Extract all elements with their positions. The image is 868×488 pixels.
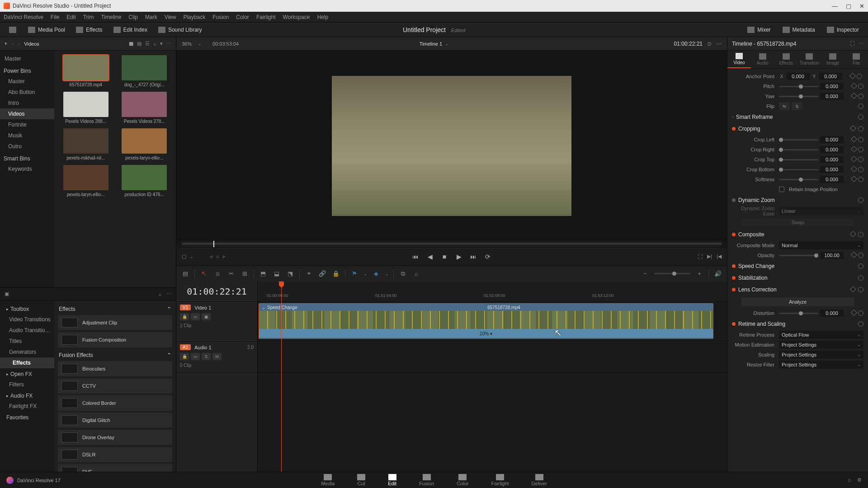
nav-deliver[interactable]: Deliver xyxy=(532,474,547,486)
options-icon[interactable]: ⋯ xyxy=(166,41,171,47)
fx-fusion-composition[interactable]: Fusion Composition xyxy=(58,332,172,347)
bin-master[interactable]: Master xyxy=(0,76,54,87)
fx-tree-audio-transitions[interactable]: Audio Transitions xyxy=(0,325,54,336)
track-header-v1[interactable]: V1Video 1🔒▭▣1 Clip xyxy=(176,302,257,342)
insert-tool[interactable]: ⊞ xyxy=(240,269,249,278)
sound-lib-button[interactable]: Sound Library xyxy=(154,25,207,35)
scrubber-playhead[interactable] xyxy=(213,241,214,247)
dynamic-zoom-section[interactable]: Dynamic Zoom xyxy=(732,194,863,206)
smart-reframe-section[interactable]: ›Smart Reframe xyxy=(732,111,863,123)
viewer-options-icon[interactable]: ⋯ xyxy=(716,41,722,47)
menu-workspace[interactable]: Workspace xyxy=(283,14,310,20)
fx-cctv[interactable]: CCTV xyxy=(58,378,172,394)
nav-back-icon[interactable]: ‹ xyxy=(12,41,14,47)
zoom-out-icon[interactable]: − xyxy=(641,269,650,278)
resize-filter-select[interactable]: Project Settings⌄ xyxy=(779,361,863,369)
inspector-button[interactable]: Inspector xyxy=(822,25,863,35)
crop-top-field[interactable]: 0.000 xyxy=(820,156,844,163)
thumb-view-icon[interactable]: ▦ xyxy=(129,41,133,47)
timeline-name[interactable]: Timeline 1 xyxy=(420,41,442,47)
prev-frame-button[interactable]: ◀ xyxy=(426,253,434,261)
power-bins-head[interactable]: Power Bins xyxy=(0,64,54,76)
settings-icon[interactable]: ⚙ xyxy=(857,477,862,483)
clip-thumb[interactable]: Pexels Videos 288... xyxy=(59,92,113,124)
keyframe-icon[interactable] xyxy=(849,73,856,79)
retime-process-select[interactable]: Optical Flow⌄ xyxy=(779,331,863,339)
fx-digital-glitch[interactable]: Digital Glitch xyxy=(58,413,172,428)
zoom-in-icon[interactable]: + xyxy=(695,269,704,278)
fx-colored-border[interactable]: Colored Border xyxy=(58,395,172,411)
timeline-clip[interactable]: ⌄Speed Change 657518728.mp4 10% ▾ xyxy=(259,303,713,339)
viewer-mode-icon[interactable]: ▢ xyxy=(182,253,186,259)
fx-tree-video-transitions[interactable]: Video Transitions xyxy=(0,314,54,325)
fx-adjustment-clip[interactable]: Adjustment Clip xyxy=(58,315,172,330)
anchor-y-field[interactable]: 0.000 xyxy=(819,73,842,80)
audio-track-row[interactable] xyxy=(258,341,727,373)
clip-thumb[interactable]: pexels-taryn-ellio... xyxy=(59,165,113,197)
softness-field[interactable]: 0.000 xyxy=(820,176,844,183)
flip-v-button[interactable]: ⇅ xyxy=(792,102,802,110)
menu-davinci-resolve[interactable]: DaVinci Resolve xyxy=(4,14,43,20)
play-button[interactable]: ▶ xyxy=(455,253,463,261)
timeline-view-icon[interactable]: ▤ xyxy=(181,269,190,278)
last-frame-button[interactable]: ⏭ xyxy=(469,253,477,261)
menu-playback[interactable]: Playback xyxy=(183,14,205,20)
crop-right-slider[interactable] xyxy=(779,149,818,150)
menu-file[interactable]: File xyxy=(51,14,59,20)
match-next-icon[interactable]: ▹ xyxy=(223,253,226,259)
bin-outro[interactable]: Outro xyxy=(0,141,54,152)
overwrite-clip-icon[interactable]: ⬓ xyxy=(272,269,281,278)
retain-position-checkbox[interactable] xyxy=(779,187,784,192)
inspector-tab-transition[interactable]: Transition xyxy=(797,51,821,68)
timeline-ruler[interactable]: 01:00:00:0001:01:04:0001:02:08:0001:03:1… xyxy=(258,282,727,301)
bin-intro[interactable]: Intro xyxy=(0,98,54,108)
fx-drone-overlay[interactable]: Drone Overlay xyxy=(58,430,172,445)
effects-button[interactable]: Effects xyxy=(71,25,107,35)
media-pool-button[interactable]: Media Pool xyxy=(24,25,70,35)
menu-fusion[interactable]: Fusion xyxy=(212,14,229,20)
fx-tree-effects[interactable]: Effects xyxy=(0,357,54,368)
fx-tree-generators[interactable]: Generators xyxy=(0,347,54,357)
inspector-tab-file[interactable]: File xyxy=(844,51,868,68)
fx-tree-toolbox[interactable]: ▸ Toolbox xyxy=(0,303,54,314)
analyze-button[interactable]: Analyze xyxy=(741,297,854,306)
inspector-tab-video[interactable]: Video xyxy=(727,51,751,68)
zoom-search-icon[interactable]: ⌕ xyxy=(412,269,421,278)
pitch-field[interactable]: 0.000 xyxy=(820,83,844,90)
first-frame-button[interactable]: ⏮ xyxy=(411,253,420,261)
minimize-button[interactable]: — xyxy=(832,3,838,9)
marker-icon[interactable]: ◆ xyxy=(372,269,381,278)
bin-musik[interactable]: Musik xyxy=(0,130,54,141)
menu-trim[interactable]: Trim xyxy=(83,14,94,20)
layout-button[interactable] xyxy=(5,25,21,35)
bin-master[interactable]: Master xyxy=(0,53,54,64)
sort-icon[interactable]: ▾ xyxy=(160,41,163,47)
viewer-tc-options-icon[interactable]: ⊙ xyxy=(707,41,712,47)
trim-tool[interactable]: ⫼ xyxy=(213,269,222,278)
speed-chevron-icon[interactable]: ⌄ xyxy=(262,305,265,310)
timeline-timecode[interactable]: 01:00:22:21 xyxy=(176,282,257,302)
motion-estimation-select[interactable]: Project Settings⌄ xyxy=(779,341,863,349)
cropping-section[interactable]: Cropping xyxy=(732,123,863,135)
selection-tool[interactable]: ↖ xyxy=(199,269,208,278)
home-icon[interactable]: ⌂ xyxy=(848,477,851,483)
insert-clip-icon[interactable]: ⬒ xyxy=(259,269,268,278)
stop-button[interactable]: ■ xyxy=(440,253,448,261)
maximize-button[interactable]: ▢ xyxy=(846,3,851,9)
menu-timeline[interactable]: Timeline xyxy=(101,14,121,20)
edit-index-button[interactable]: Edit Index xyxy=(109,25,152,35)
nav-cut[interactable]: Cut xyxy=(357,474,365,486)
strip-view-icon[interactable]: ▤ xyxy=(137,41,142,47)
yaw-field[interactable]: 0.000 xyxy=(820,93,844,100)
replace-clip-icon[interactable]: ⬔ xyxy=(286,269,295,278)
crop-bottom-slider[interactable] xyxy=(779,169,818,170)
prev-edit-icon[interactable]: |◀ xyxy=(717,253,722,259)
speed-change-section[interactable]: Speed Change xyxy=(732,260,863,272)
blade-tool[interactable]: ✂ xyxy=(226,269,236,278)
link-chain-icon[interactable]: 🔗 xyxy=(318,269,327,278)
viewer-scrubber[interactable] xyxy=(182,241,722,247)
zoom-level[interactable]: 36% xyxy=(182,41,192,47)
bin-videos[interactable]: Videos xyxy=(0,108,54,119)
list-view-icon[interactable]: ☰ xyxy=(145,41,150,47)
nav-edit[interactable]: Edit xyxy=(388,474,396,486)
